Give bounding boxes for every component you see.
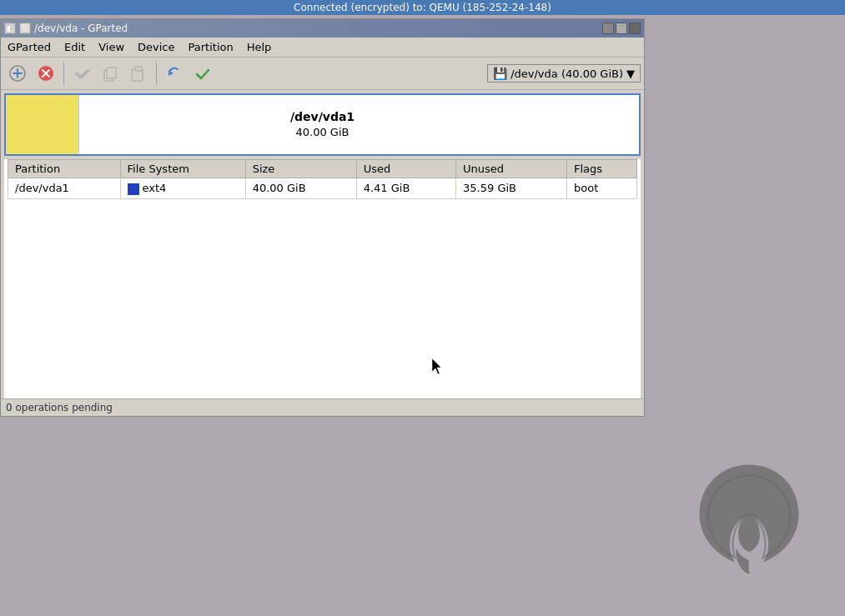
menu-gparted[interactable]: GParted	[1, 39, 58, 55]
device-selector[interactable]: 💾 /dev/vda (40.00 GiB) ▼	[487, 64, 641, 83]
separator-2	[156, 62, 157, 85]
menu-bar: GParted Edit View Device Partition Help	[1, 38, 644, 58]
device-label: /dev/vda (40.00 GiB)	[511, 68, 623, 80]
cell-unused: 35.59 GiB	[456, 178, 567, 199]
paste-icon	[129, 64, 148, 83]
new-button[interactable]	[4, 60, 31, 87]
table-row[interactable]: /dev/vda1 ext4 40.00 GiB 4.41 GiB 35.59 …	[8, 178, 637, 199]
table-header-row: Partition File System Size Used Unused F…	[8, 160, 637, 178]
partition-table-container: Partition File System Size Used Unused F…	[4, 159, 641, 416]
copy-icon	[101, 64, 119, 83]
close-button[interactable]	[629, 23, 641, 34]
device-icon: 💾	[493, 67, 507, 80]
cell-size: 40.00 GiB	[245, 178, 356, 199]
menu-view[interactable]: View	[92, 39, 131, 55]
chevron-down-icon: ▼	[626, 68, 635, 80]
paste-button[interactable]	[125, 60, 152, 87]
connection-text: Connected (encrypted) to: QEMU (185-252-…	[294, 2, 551, 13]
disk-partition-name: /dev/vda1	[6, 109, 639, 126]
cancel-button[interactable]	[33, 60, 59, 87]
apply-all-icon	[73, 64, 91, 83]
empty-area	[4, 199, 641, 416]
svg-marker-6	[168, 70, 174, 76]
cell-partition: /dev/vda1	[8, 178, 121, 199]
cell-flags: boot	[567, 178, 637, 199]
col-header-unused: Unused	[456, 160, 567, 178]
partition-table: Partition File System Size Used Unused F…	[8, 159, 637, 199]
col-header-flags: Flags	[567, 160, 637, 178]
undo-button[interactable]	[161, 60, 188, 87]
window-icon-2: ⬜	[19, 23, 31, 34]
main-window: ◧ ⬜ /dev/vda - GParted GParted Edit View…	[0, 18, 645, 417]
title-bar-left: ◧ ⬜ /dev/vda - GParted	[4, 23, 128, 34]
cancel-icon	[37, 64, 55, 83]
apply-icon	[194, 64, 212, 83]
new-icon	[8, 64, 27, 83]
connection-bar: Connected (encrypted) to: QEMU (185-252-…	[0, 0, 845, 15]
col-header-filesystem: File System	[120, 160, 245, 178]
cell-used: 4.41 GiB	[356, 178, 455, 199]
cell-filesystem: ext4	[120, 178, 245, 199]
separator-1	[63, 62, 64, 85]
menu-help[interactable]: Help	[240, 39, 279, 55]
menu-edit[interactable]: Edit	[58, 39, 92, 55]
status-text: 0 operations pending	[6, 402, 113, 413]
toolbar: 💾 /dev/vda (40.00 GiB) ▼	[1, 58, 644, 90]
svg-rect-3	[107, 68, 116, 78]
status-bar: 0 operations pending	[1, 398, 644, 416]
debian-logo	[678, 458, 820, 599]
disk-visual: /dev/vda1 40.00 GiB	[4, 93, 641, 156]
undo-icon	[165, 64, 184, 83]
apply-button[interactable]	[189, 60, 216, 87]
title-bar: ◧ ⬜ /dev/vda - GParted	[1, 19, 644, 38]
col-header-partition: Partition	[8, 160, 121, 178]
menu-device[interactable]: Device	[131, 39, 181, 55]
title-bar-buttons	[602, 23, 641, 34]
minimize-button[interactable]	[602, 23, 614, 34]
window-title: /dev/vda - GParted	[34, 23, 128, 34]
menu-partition[interactable]: Partition	[182, 39, 240, 55]
svg-rect-5	[135, 67, 142, 71]
col-header-size: Size	[245, 160, 356, 178]
copy-button[interactable]	[97, 60, 123, 87]
window-icon-1: ◧	[4, 23, 16, 34]
disk-label: /dev/vda1 40.00 GiB	[6, 109, 639, 141]
disk-size: 40.00 GiB	[6, 125, 639, 140]
col-header-used: Used	[356, 160, 455, 178]
apply-all-button[interactable]	[68, 60, 95, 87]
fs-color-icon	[128, 183, 139, 195]
maximize-button[interactable]	[616, 23, 627, 34]
